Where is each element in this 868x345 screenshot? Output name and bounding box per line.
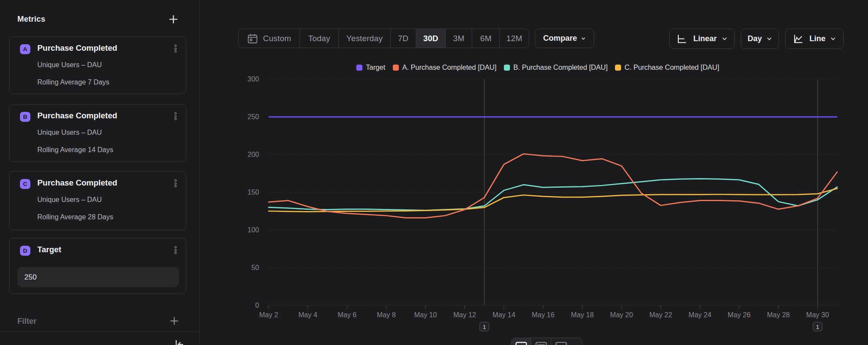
svg-text:250: 250 (247, 113, 259, 120)
svg-text:May 8: May 8 (377, 311, 396, 319)
svg-text:May 14: May 14 (493, 311, 516, 319)
svg-text:May 16: May 16 (532, 311, 555, 319)
svg-text:May 26: May 26 (728, 311, 751, 319)
svg-text:May 30: May 30 (806, 311, 829, 319)
svg-text:100: 100 (247, 226, 259, 234)
svg-text:May 24: May 24 (689, 311, 712, 319)
svg-text:50: 50 (251, 264, 259, 271)
svg-text:May 28: May 28 (767, 311, 790, 319)
svg-text:150: 150 (247, 189, 259, 196)
svg-text:May 4: May 4 (299, 311, 318, 319)
svg-text:May 22: May 22 (649, 311, 672, 319)
svg-text:May 6: May 6 (338, 311, 357, 319)
svg-text:May 20: May 20 (610, 311, 633, 319)
svg-text:May 18: May 18 (571, 311, 594, 319)
svg-text:May 12: May 12 (453, 311, 476, 319)
svg-text:0: 0 (255, 302, 259, 309)
svg-text:300: 300 (247, 75, 259, 83)
svg-text:1: 1 (816, 324, 819, 330)
svg-text:1: 1 (483, 324, 486, 330)
svg-text:200: 200 (247, 151, 259, 158)
svg-text:May 10: May 10 (414, 311, 437, 319)
svg-text:May 2: May 2 (259, 311, 278, 319)
